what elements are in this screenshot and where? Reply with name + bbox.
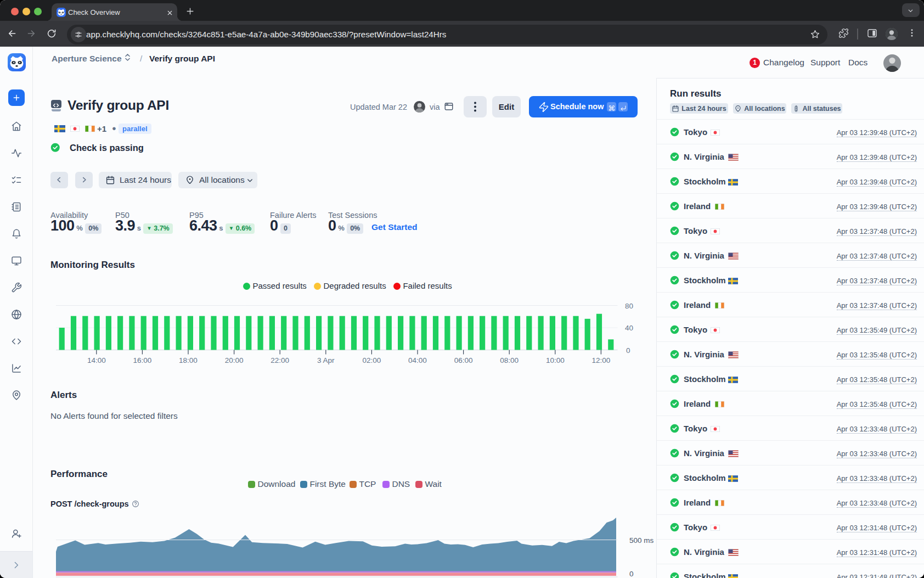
- svg-text:0: 0: [629, 570, 634, 578]
- svg-text:500 ms: 500 ms: [629, 536, 654, 545]
